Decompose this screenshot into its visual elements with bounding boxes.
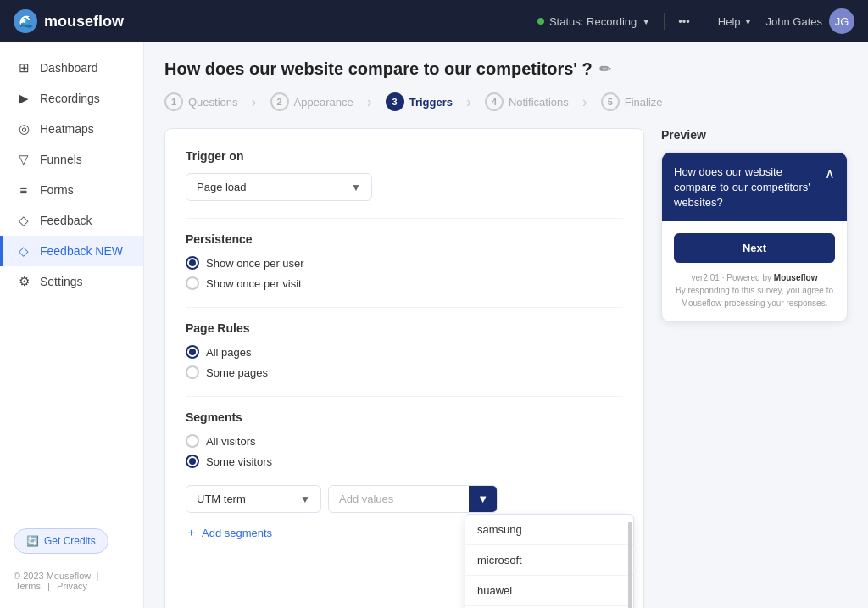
sidebar-item-label: Feedback NEW	[40, 244, 123, 258]
segments-some-visitors[interactable]: Some visitors	[186, 455, 623, 468]
status-dot	[537, 18, 544, 25]
utm-dropdown-arrow-icon: ▼	[300, 494, 310, 505]
radio-some-visitors-icon	[186, 455, 199, 468]
sidebar-footer: © 2023 Mouseflow | Terms | Privacy	[0, 564, 143, 598]
steps-nav: 1 Questions › 2 Appearance › 3 Triggers …	[164, 92, 848, 111]
sidebar-item-feedback[interactable]: ◇ Feedback	[0, 205, 143, 236]
step-num-2: 2	[270, 92, 289, 111]
sidebar-item-recordings[interactable]: ▶ Recordings	[0, 83, 143, 114]
terms-link[interactable]: Terms	[15, 581, 41, 591]
step-label-2: Appearance	[294, 96, 353, 109]
content-wrap: Trigger on Page load ▼ Persistence Show …	[164, 128, 848, 608]
edit-title-icon[interactable]: ✏	[599, 61, 610, 77]
user-initials: JG	[835, 15, 849, 28]
step-appearance[interactable]: 2 Appearance	[270, 92, 367, 111]
persistence-once-per-visit[interactable]: Show once per visit	[186, 276, 623, 290]
forms-icon: ≡	[16, 182, 31, 198]
sidebar-item-label: Settings	[40, 275, 83, 288]
help-button[interactable]: Help ▼	[718, 15, 753, 28]
step-sep-1: ›	[252, 93, 257, 111]
page-rules-some-pages[interactable]: Some pages	[186, 365, 623, 379]
step-finalize[interactable]: 5 Finalize	[601, 92, 676, 111]
page-rules-radio-group: All pages Some pages	[186, 345, 623, 379]
sidebar-item-heatmaps[interactable]: ◎ Heatmaps	[0, 114, 143, 144]
divider-1	[186, 218, 623, 219]
nav-dot-menu[interactable]: •••	[678, 15, 690, 28]
funnels-icon: ▽	[16, 152, 31, 167]
nav-divider	[664, 13, 665, 30]
step-label-4: Notifications	[509, 96, 569, 109]
radio-once-per-user-icon	[186, 256, 199, 270]
divider-3	[186, 396, 623, 397]
page-rules-all-pages[interactable]: All pages	[186, 345, 623, 359]
page-title-text: How does our website compare to our comp…	[164, 59, 593, 79]
sidebar-item-label: Recordings	[40, 92, 100, 105]
top-navigation: 🌊 mouseflow Status: Recording ▼ ••• Help…	[0, 0, 868, 42]
privacy-link[interactable]: Privacy	[57, 581, 87, 591]
sidebar-item-forms[interactable]: ≡ Forms	[0, 175, 143, 205]
radio-once-per-visit-icon	[186, 276, 199, 290]
dropdown-item-huawei[interactable]: huawei	[465, 576, 633, 606]
dropdown-item-microsoft[interactable]: microsoft	[465, 545, 633, 576]
add-segments-label: Add segments	[202, 527, 272, 539]
user-name: John Gates	[766, 15, 823, 28]
sidebar-item-label: Funnels	[40, 153, 82, 166]
step-questions[interactable]: 1 Questions	[164, 92, 252, 111]
dropdown-item-samsung[interactable]: samsung	[465, 515, 633, 545]
preview-card: Preview How does our website compare to …	[661, 128, 848, 608]
segments-all-visitors[interactable]: All visitors	[186, 434, 623, 448]
step-label-3: Triggers	[409, 96, 453, 109]
trigger-on-value: Page load	[197, 181, 247, 193]
page-rules-some-pages-label: Some pages	[206, 366, 268, 379]
status-indicator[interactable]: Status: Recording ▼	[537, 15, 650, 28]
sidebar-item-funnels[interactable]: ▽ Funnels	[0, 144, 143, 175]
nav-divider2	[704, 13, 704, 30]
sidebar-item-label: Forms	[40, 183, 74, 197]
persistence-radio-group: Show once per user Show once per visit	[186, 256, 623, 290]
preview-footer-brand: Mouseflow	[774, 273, 818, 282]
preview-question: How does our website compare to our comp…	[674, 165, 825, 211]
step-triggers[interactable]: 3 Triggers	[386, 92, 466, 111]
segments-some-visitors-label: Some visitors	[206, 455, 272, 468]
segments-all-visitors-label: All visitors	[206, 435, 256, 448]
feedback-icon: ◇	[16, 213, 31, 228]
persistence-once-per-user[interactable]: Show once per user	[186, 256, 623, 270]
sidebar-item-label: Dashboard	[40, 61, 98, 75]
recordings-icon: ▶	[16, 91, 31, 106]
preview-footer-prefix: ver2.01 · Powered by	[692, 273, 774, 282]
sidebar-item-dashboard[interactable]: ⊞ Dashboard	[0, 53, 143, 83]
segments-selector-row: UTM term ▼ Add values ▼ samsung microsof…	[186, 485, 623, 513]
persistence-once-per-user-label: Show once per user	[206, 257, 304, 270]
trigger-on-dropdown[interactable]: Page load ▼	[186, 173, 372, 201]
get-credits-button[interactable]: 🔄 Get Credits	[14, 528, 108, 554]
sidebar-item-label: Heatmaps	[40, 122, 94, 136]
page-rules-all-pages-label: All pages	[206, 346, 251, 359]
preview-footer: ver2.01 · Powered by Mouseflow By respon…	[674, 271, 835, 310]
step-num-5: 5	[601, 92, 620, 111]
footer-year: © 2023 Mouseflow	[14, 571, 91, 581]
sidebar-item-feedback-new[interactable]: ◇ Feedback NEW	[0, 236, 143, 266]
values-dropdown-list: samsung microsoft huawei apple amazon	[465, 514, 634, 608]
sidebar: ⊞ Dashboard ▶ Recordings ◎ Heatmaps ▽ Fu…	[0, 42, 144, 608]
dropdown-scrollbar	[628, 522, 632, 608]
radio-all-visitors-icon	[186, 434, 199, 448]
preview-body: Next ver2.01 · Powered by Mouseflow By r…	[662, 221, 847, 321]
step-sep-4: ›	[582, 93, 587, 111]
preview-collapse-icon[interactable]: ∧	[825, 165, 835, 183]
add-values-dropdown[interactable]: Add values ▼ samsung microsoft huawei ap…	[328, 485, 498, 513]
feedback-new-icon: ◇	[16, 243, 31, 259]
step-notifications[interactable]: 4 Notifications	[485, 92, 582, 111]
radio-all-pages-icon	[186, 345, 199, 359]
step-num-4: 4	[485, 92, 504, 111]
persistence-once-per-visit-label: Show once per visit	[206, 277, 302, 290]
page-title: How does our website compare to our comp…	[164, 59, 848, 79]
credits-icon: 🔄	[26, 535, 39, 547]
add-segments-icon: ＋	[186, 525, 197, 540]
persistence-section-title: Persistence	[186, 232, 623, 246]
sidebar-item-settings[interactable]: ⚙ Settings	[0, 266, 143, 297]
segments-radio-group: All visitors Some visitors	[186, 434, 623, 468]
add-values-toggle-button[interactable]: ▼	[469, 486, 497, 512]
user-menu[interactable]: John Gates JG	[766, 8, 855, 34]
utm-term-dropdown[interactable]: UTM term ▼	[186, 485, 321, 513]
preview-next-button[interactable]: Next	[674, 233, 835, 263]
